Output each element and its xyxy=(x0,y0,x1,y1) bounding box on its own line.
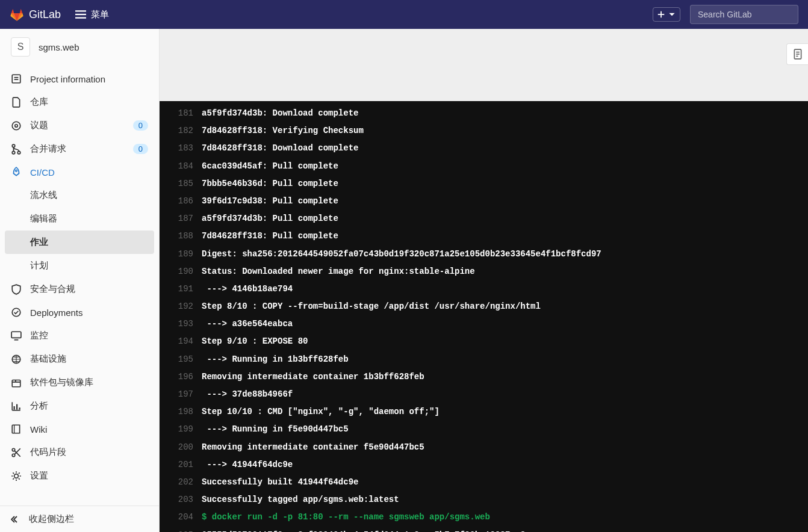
line-text: 7d84628ff318: Verifying Checksum xyxy=(202,123,364,138)
line-text: 6cac039d45af: Pull complete xyxy=(202,159,338,174)
search-input[interactable] xyxy=(690,5,798,24)
svg-rect-21 xyxy=(14,406,15,410)
sidebar-item-label: Project information xyxy=(30,74,148,84)
subnav-cicd: 流水线编辑器作业计划 xyxy=(5,184,154,277)
collapse-sidebar-button[interactable]: 收起侧边栏 xyxy=(0,506,159,532)
line-number: 190 xyxy=(160,264,202,279)
subnav-item-jobs[interactable]: 作业 xyxy=(5,230,154,254)
log-line: 201 ---> 41944f64dc9e xyxy=(160,456,808,474)
subnav-item-editor[interactable]: 编辑器 xyxy=(5,207,154,230)
log-line: 204$ docker run -d -p 81:80 --rm --name … xyxy=(160,509,808,526)
line-number: 184 xyxy=(160,159,202,174)
sidebar-item-wiki[interactable]: Wiki xyxy=(5,418,154,441)
collapse-label: 收起侧边栏 xyxy=(29,513,74,525)
navbar-left: GitLab 菜单 xyxy=(10,7,109,22)
job-log[interactable]: 181a5f9fd374d3b: Download complete1827d8… xyxy=(160,101,808,532)
merge-icon xyxy=(11,144,22,155)
line-number: 187 xyxy=(160,211,202,226)
sidebar-item-label: 安全与合规 xyxy=(30,283,148,295)
line-number: 205 xyxy=(160,528,202,533)
svg-rect-4 xyxy=(658,14,665,15)
sidebar-item-security[interactable]: 安全与合规 xyxy=(5,277,154,301)
svg-rect-15 xyxy=(11,332,21,338)
subnav-item-pipelines[interactable]: 流水线 xyxy=(5,184,154,207)
sidebar-item-issues[interactable]: 议题0 xyxy=(5,114,154,137)
line-text: Removing intermediate container 1b3bff62… xyxy=(202,370,424,385)
chart-icon xyxy=(11,401,22,412)
line-number: 189 xyxy=(160,247,202,262)
line-number: 203 xyxy=(160,492,202,507)
sidebar-item-deployments[interactable]: Deployments xyxy=(5,301,154,324)
sidebar-item-snippets[interactable]: 代码片段 xyxy=(5,441,154,464)
svg-point-26 xyxy=(12,454,15,457)
new-button[interactable] xyxy=(653,7,680,22)
sidebar-item-monitor[interactable]: 监控 xyxy=(5,324,154,347)
gitlab-logo[interactable]: GitLab xyxy=(10,7,61,22)
svg-rect-23 xyxy=(19,407,20,409)
line-text: 39f6d17c9d38: Pull complete xyxy=(202,194,338,209)
log-line: 1827d84628ff318: Verifying Checksum xyxy=(160,122,808,140)
deploy-icon xyxy=(11,307,22,318)
sidebar-item-infra[interactable]: 基础设施 xyxy=(5,347,154,371)
svg-rect-2 xyxy=(75,17,86,19)
sidebar: S sgms.web Project information仓库议题0合并请求0… xyxy=(0,29,160,532)
line-text: ---> Running in f5e90d447bc5 xyxy=(202,422,349,437)
info-icon xyxy=(11,73,22,84)
sidebar-item-label: 监控 xyxy=(30,330,148,341)
line-text: 7d84628ff318: Pull complete xyxy=(202,229,338,244)
log-line: 1887d84628ff318: Pull complete xyxy=(160,227,808,245)
log-line: 191 ---> 4146b18ae794 xyxy=(160,280,808,298)
infra-icon xyxy=(11,354,22,365)
sidebar-item-label: Deployments xyxy=(30,308,148,318)
line-text: ---> 4146b18ae794 xyxy=(202,282,293,297)
log-line: 1846cac039d45af: Pull complete xyxy=(160,158,808,175)
sidebar-item-merge[interactable]: 合并请求0 xyxy=(5,137,154,161)
hamburger-icon xyxy=(75,9,86,20)
sidebar-item-project-info[interactable]: Project information xyxy=(5,67,154,90)
log-line: 190Status: Downloaded newer image for ng… xyxy=(160,263,808,280)
toggle-raw-button[interactable] xyxy=(786,43,808,65)
sidebar-item-label: 分析 xyxy=(30,400,148,412)
log-line: 196Removing intermediate container 1b3bf… xyxy=(160,368,808,386)
line-text: Successfully built 41944f64dc9e xyxy=(202,475,358,490)
line-number: 188 xyxy=(160,229,202,244)
menu-button[interactable]: 菜单 xyxy=(75,9,109,20)
line-text: Successfully tagged app/sgms.web:latest xyxy=(202,492,399,507)
line-text: 65555d53732117f3eec8af989424be4e54fd644e… xyxy=(202,528,526,533)
log-line: 202Successfully built 41944f64dc9e xyxy=(160,474,808,491)
line-number: 202 xyxy=(160,475,202,490)
line-text: 7bbb5e46b36d: Pull complete xyxy=(202,176,338,191)
line-number: 186 xyxy=(160,194,202,209)
svg-point-12 xyxy=(17,151,20,154)
count-badge: 0 xyxy=(133,120,148,131)
log-line: 200Removing intermediate container f5e90… xyxy=(160,439,808,456)
chevron-down-icon xyxy=(668,10,676,19)
log-line: 199 ---> Running in f5e90d447bc5 xyxy=(160,421,808,438)
line-text: Step 8/10 : COPY --from=build-stage /app… xyxy=(202,299,541,314)
log-line: 189Digest: sha256:2012644549052fa07c43b0… xyxy=(160,246,808,263)
sidebar-item-label: CI/CD xyxy=(30,167,148,178)
sidebar-item-label: 代码片段 xyxy=(30,447,148,458)
project-header[interactable]: S sgms.web xyxy=(0,29,159,65)
sidebar-item-label: 设置 xyxy=(30,470,148,481)
line-text: ---> 37de88b4966f xyxy=(202,387,293,402)
line-text: ---> 41944f64dc9e xyxy=(202,457,293,472)
issues-icon xyxy=(11,120,22,131)
line-number: 191 xyxy=(160,282,202,297)
subnav-item-schedules[interactable]: 计划 xyxy=(5,254,154,277)
sidebar-item-label: 议题 xyxy=(30,120,125,131)
svg-rect-0 xyxy=(75,10,86,11)
sidebar-item-label: 合并请求 xyxy=(30,143,125,155)
sidebar-item-analytics[interactable]: 分析 xyxy=(5,394,154,418)
line-number: 204 xyxy=(160,510,202,525)
navbar: GitLab 菜单 xyxy=(0,0,808,29)
sidebar-item-repo[interactable]: 仓库 xyxy=(5,90,154,114)
sidebar-item-label: Wiki xyxy=(30,424,148,435)
sidebar-scroll[interactable]: S sgms.web Project information仓库议题0合并请求0… xyxy=(0,29,159,506)
sidebar-item-cicd[interactable]: CI/CD xyxy=(5,161,154,184)
sidebar-item-settings[interactable]: 设置 xyxy=(5,464,154,487)
svg-point-8 xyxy=(12,122,20,130)
log-line: 195 ---> Running in 1b3bff628feb xyxy=(160,351,808,368)
sidebar-item-packages[interactable]: 软件包与镜像库 xyxy=(5,371,154,394)
rocket-icon xyxy=(11,167,22,178)
